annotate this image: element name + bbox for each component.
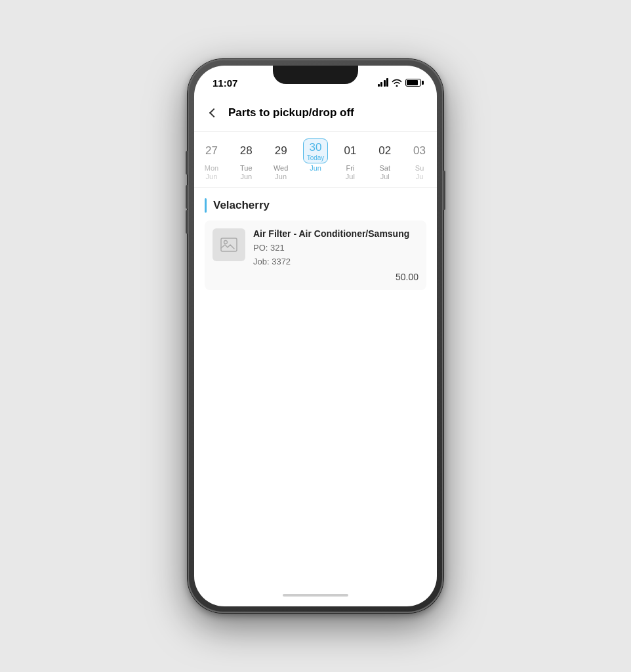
day-name: Wed — [274, 164, 288, 172]
day-number: 03 — [407, 138, 432, 163]
app-header: Parts to pickup/drop off — [194, 94, 437, 132]
section-velacherry: Velacherry Air Filter - Air Conditioner/… — [205, 198, 426, 290]
back-button[interactable] — [205, 102, 226, 123]
section-header: Velacherry — [205, 198, 426, 213]
part-meta: PO: 321 Job: 3372 — [253, 242, 418, 269]
part-details: Air Filter - Air Conditioner/Samsung PO:… — [253, 228, 418, 282]
calendar-day-day-30[interactable]: 30 Today Jun — [298, 136, 333, 183]
svg-point-1 — [224, 241, 228, 244]
wifi-icon — [392, 79, 402, 87]
day-name: Mon — [205, 164, 218, 172]
calendar-strip: 27 Mon Jun 28 Tue Jun 29 Wed Jun 30 Toda… — [194, 132, 437, 188]
day-month: Jul — [380, 173, 390, 180]
day-name: Su — [415, 164, 424, 172]
day-name: Fri — [346, 164, 354, 172]
section-accent — [205, 198, 207, 213]
calendar-day-day-03[interactable]: 03 Su Ju — [402, 136, 437, 183]
day-number: 27 — [199, 138, 224, 163]
calendar-day-day-28[interactable]: 28 Tue Jun — [229, 136, 264, 183]
day-name: Tue — [240, 164, 253, 172]
notch — [273, 66, 358, 84]
content-area: Velacherry Air Filter - Air Conditioner/… — [194, 188, 437, 584]
day-number: 29 — [268, 138, 293, 163]
status-time: 11:07 — [213, 77, 237, 89]
home-indicator — [194, 584, 437, 606]
page-title: Parts to pickup/drop off — [228, 106, 354, 119]
signal-bars-icon — [378, 79, 389, 87]
calendar-day-day-29[interactable]: 29 Wed Jun — [264, 136, 298, 183]
day-month: Jul — [346, 173, 355, 180]
part-card-item-1[interactable]: Air Filter - Air Conditioner/Samsung PO:… — [205, 220, 426, 290]
phone-wrapper: 11:07 — [188, 59, 443, 613]
calendar-day-day-02[interactable]: 02 Sat Jul — [367, 136, 402, 183]
day-month: Jun — [310, 164, 321, 172]
calendar-day-day-01[interactable]: 01 Fri Jul — [333, 136, 367, 183]
part-po: PO: 321 — [253, 242, 418, 255]
phone-screen: 11:07 — [194, 66, 437, 606]
day-number: 30 Today — [303, 138, 328, 163]
part-job: Job: 3372 — [253, 255, 418, 269]
day-name: Sat — [379, 164, 390, 172]
image-placeholder-icon — [220, 238, 237, 252]
part-price: 50.00 — [253, 272, 418, 282]
section-title: Velacherry — [213, 199, 270, 212]
day-number: 01 — [338, 138, 363, 163]
back-chevron-icon — [209, 108, 218, 117]
status-icons — [378, 79, 422, 87]
day-month: Jun — [206, 173, 218, 180]
svg-rect-0 — [221, 238, 237, 251]
day-number: 28 — [234, 138, 258, 163]
calendar-day-day-27[interactable]: 27 Mon Jun — [194, 136, 229, 183]
phone-shell: 11:07 — [188, 59, 443, 613]
app-content: Parts to pickup/drop off 27 Mon Jun 28 T… — [194, 94, 437, 606]
battery-icon — [405, 79, 421, 87]
day-number: 02 — [373, 138, 397, 163]
part-image — [213, 228, 245, 261]
day-month: Jun — [275, 173, 287, 180]
day-month: Jun — [240, 173, 252, 180]
part-name: Air Filter - Air Conditioner/Samsung — [253, 228, 418, 239]
day-month: Ju — [416, 173, 424, 180]
